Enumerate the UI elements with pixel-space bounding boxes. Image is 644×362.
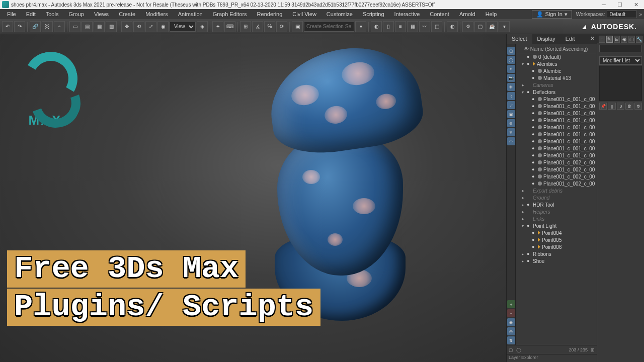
tree-item[interactable]: ▾●Point Light	[517, 222, 596, 229]
toggle-ribbon-button[interactable]: ▦	[407, 21, 418, 32]
tree-item[interactable]: ●Plane001_c_002_c_00	[517, 166, 596, 173]
pivot-button[interactable]: ◈	[197, 21, 208, 32]
visibility-icon[interactable]: ●	[532, 181, 538, 186]
show-end-button[interactable]: ||	[608, 103, 615, 110]
scene-close-icon[interactable]: ✕	[590, 35, 595, 42]
cmd-tab-modify[interactable]: ✎	[606, 36, 613, 43]
expand-icon[interactable]: ▸	[522, 259, 527, 263]
sign-in-button[interactable]: 👤 Sign In ▾	[532, 10, 572, 19]
minimize-button[interactable]: ─	[596, 0, 612, 9]
visibility-icon[interactable]: ●	[527, 89, 533, 95]
redo-button[interactable]: ↷	[14, 21, 25, 32]
visibility-icon[interactable]: ●	[527, 251, 533, 256]
expand-icon[interactable]: ▸	[522, 252, 527, 256]
visibility-icon[interactable]: ●	[532, 153, 538, 158]
filter-add-icon[interactable]: ＋	[507, 300, 515, 308]
tree-item[interactable]: ●Plane001_c_002_c_00	[517, 180, 596, 187]
select-scale-button[interactable]: ⤢	[145, 21, 156, 32]
visibility-icon[interactable]: ●	[532, 244, 538, 249]
visibility-icon[interactable]: ●	[532, 146, 538, 151]
visibility-icon[interactable]: ●	[527, 61, 533, 66]
visibility-icon[interactable]: ●	[532, 111, 538, 116]
cmd-tab-hierarchy[interactable]: ⊟	[614, 36, 620, 43]
selection-set-input[interactable]	[304, 22, 354, 32]
mirror-button[interactable]: ◐	[371, 21, 382, 32]
tree-item[interactable]: ●Point006	[517, 243, 596, 250]
select-name-button[interactable]: ▤	[82, 21, 93, 32]
visibility-icon[interactable]: ●	[532, 160, 538, 165]
unique-button[interactable]: ∪	[617, 103, 624, 110]
expand-icon[interactable]: ▾	[522, 90, 527, 95]
tree-item[interactable]: ▸●Ribbons	[517, 250, 596, 257]
filter-none-icon[interactable]: ◎	[507, 327, 515, 335]
filter-hidden-icon[interactable]: ◌	[507, 137, 515, 145]
visibility-icon[interactable]: ●	[532, 167, 538, 172]
menu-content[interactable]: Content	[425, 10, 454, 18]
expand-icon[interactable]: ▸	[522, 189, 527, 193]
select-region-button[interactable]: ▦	[94, 21, 105, 32]
render-preset-button[interactable]: ▾	[499, 21, 510, 32]
visibility-icon[interactable]: ●	[532, 97, 538, 102]
snap-toggle-button[interactable]: ⊞	[240, 21, 251, 32]
menu-group[interactable]: Group	[63, 10, 89, 18]
object-name-input[interactable]	[599, 45, 642, 52]
tree-item[interactable]: ●0 (default)	[517, 53, 596, 60]
filter-geom-icon[interactable]: ▢	[507, 47, 515, 55]
menu-modifiers[interactable]: Modifiers	[140, 10, 173, 18]
angle-snap-button[interactable]: ∡	[252, 21, 263, 32]
keyboard-button[interactable]: ⌨	[224, 21, 235, 32]
scene-tab-display[interactable]: Display	[532, 34, 560, 44]
cmd-tab-motion[interactable]: ◉	[621, 36, 627, 43]
filter-subtract-icon[interactable]: －	[507, 309, 515, 317]
curve-editor-button[interactable]: 〰	[419, 21, 430, 32]
tree-item[interactable]: ●Plane001_c_002_c_00	[517, 159, 596, 166]
tree-item[interactable]: ●Plane001_c_001_c_00	[517, 138, 596, 145]
align-button[interactable]: ▯	[383, 21, 394, 32]
menu-scripting[interactable]: Scripting	[358, 10, 389, 18]
render-button[interactable]: ☕	[487, 21, 498, 32]
close-button[interactable]: ✕	[628, 0, 644, 9]
menu-create[interactable]: Create	[114, 10, 140, 18]
expand-icon[interactable]: ▾	[522, 224, 527, 228]
filter-group-icon[interactable]: ▣	[507, 110, 515, 118]
cmd-tab-create[interactable]: +	[599, 36, 605, 43]
tree-item[interactable]: ▾●Deflectors	[517, 88, 596, 96]
menu-arnold[interactable]: Arnold	[454, 10, 480, 18]
tree-item[interactable]: ●Point004	[517, 229, 596, 236]
cmd-tab-display[interactable]: ▢	[628, 36, 635, 43]
undo-button[interactable]: ↶	[2, 21, 13, 32]
menu-civil-view[interactable]: Civil View	[287, 10, 321, 18]
tree-item[interactable]: ●Plane001_c_001_c_00	[517, 96, 596, 103]
tree-item[interactable]: ▸●HDR Tool	[517, 201, 596, 208]
visibility-icon[interactable]: ●	[532, 237, 538, 242]
visibility-icon[interactable]: ●	[527, 223, 533, 228]
tree-item[interactable]: ▸Export debris	[517, 187, 596, 194]
unlink-button[interactable]: ⛓	[42, 21, 53, 32]
expand-icon[interactable]: ▸	[522, 217, 527, 221]
visibility-icon[interactable]: ●	[532, 230, 538, 235]
menu-edit[interactable]: Edit	[21, 10, 41, 18]
workspace-select[interactable]	[607, 11, 637, 18]
expand-icon[interactable]: ▸	[522, 210, 527, 214]
tree-item[interactable]: ●Alembic	[517, 67, 596, 74]
expand-icon[interactable]: ▸	[522, 203, 527, 207]
cmd-tab-utilities[interactable]: 🔧	[636, 36, 642, 43]
expand-icon[interactable]: ▸	[522, 196, 527, 200]
percent-snap-button[interactable]: %	[264, 21, 275, 32]
filter-helper-icon[interactable]: ✚	[507, 83, 515, 91]
render-setup-button[interactable]: ⚙	[462, 21, 473, 32]
layers-button[interactable]: ≡	[395, 21, 406, 32]
status-geom-icon[interactable]: ▢	[509, 347, 513, 352]
tree-item[interactable]: ●Plane001_c_001_c_00	[517, 131, 596, 138]
menu-interactive[interactable]: Interactive	[389, 10, 425, 18]
expand-icon[interactable]: ▸	[522, 83, 527, 87]
tree-item[interactable]: ●Plane001_c_001_c_00	[517, 124, 596, 131]
named-sel-button[interactable]: ▣	[292, 21, 303, 32]
tree-item[interactable]: ▸Links	[517, 215, 596, 222]
window-crossing-button[interactable]: ▧	[106, 21, 117, 32]
material-editor-button[interactable]: ◐	[447, 21, 458, 32]
tree-header[interactable]: 👁 Name (Sorted Ascending)	[517, 45, 596, 53]
tree-item[interactable]: ▸Cameras	[517, 81, 596, 88]
tree-item[interactable]: ●Plane001_c_001_c_00	[517, 152, 596, 159]
filter-invert-icon[interactable]: ⇅	[507, 336, 515, 344]
